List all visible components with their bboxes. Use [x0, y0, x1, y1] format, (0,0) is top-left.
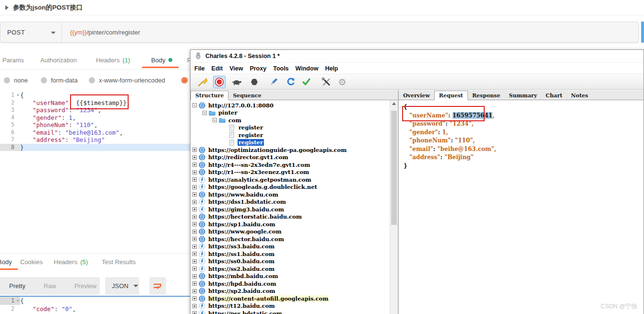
view-tab-preview[interactable]: Preview	[65, 282, 106, 290]
response-tab-headers[interactable]: Headers(5)	[54, 254, 88, 270]
tree-node[interactable]: +https://ss0.baidu.com	[191, 258, 390, 266]
stop-icon[interactable]	[248, 76, 261, 88]
tree-node-label[interactable]: https://hectorstatic.baidu.com	[207, 213, 303, 220]
tree-node[interactable]: +https://pss.bdstatic.com	[191, 310, 390, 314]
tree-node[interactable]: +http://r4---sn-2x3edn7e.gvt1.com	[191, 161, 390, 169]
collapse-icon[interactable]: -	[213, 118, 217, 122]
tree-node-label[interactable]: https://sp1.baidu.com	[207, 221, 276, 228]
tree-node[interactable]: -com	[191, 116, 390, 124]
host-tree[interactable]: -http://127.0.0.1:8080-pinter-com+regist…	[191, 100, 390, 314]
expand-icon[interactable]: +	[192, 304, 197, 308]
detail-tab-request[interactable]: Request	[434, 91, 468, 100]
expand-icon[interactable]: +	[192, 155, 197, 160]
tree-node-label[interactable]: https://pss.bdstatic.com	[207, 310, 283, 314]
tree-node-label[interactable]: https://ss0.baidu.com	[207, 258, 275, 265]
radio-icon[interactable]	[4, 77, 10, 83]
tools-icon[interactable]	[320, 76, 333, 88]
tree-node-label[interactable]: https://ss3.baidu.com	[207, 243, 275, 250]
detail-tab-summary[interactable]: Summary	[504, 91, 541, 100]
tree-node-label[interactable]: pinter	[217, 109, 238, 116]
url-input[interactable]: {{ym}}/pinter/com/register	[70, 22, 140, 42]
tree-node[interactable]: +https://ss1.baidu.com	[191, 250, 390, 258]
tree-node[interactable]: +register	[191, 131, 390, 139]
body-mode-form-data[interactable]: form-data	[41, 70, 78, 91]
tree-node-label[interactable]: com	[227, 117, 242, 124]
menu-proxy[interactable]: Proxy	[250, 65, 266, 72]
tree-node[interactable]: +https://hector.baidu.com	[191, 235, 390, 243]
expand-icon[interactable]: +	[192, 237, 197, 241]
tree-node-label[interactable]: register	[238, 132, 264, 139]
expand-icon[interactable]: +	[192, 252, 197, 256]
menu-view[interactable]: View	[229, 65, 243, 72]
tree-node-label[interactable]: https://dss1.bdstatic.com	[207, 198, 287, 205]
tree-node-label[interactable]: https://hpd.baidu.com	[207, 280, 277, 287]
tree-node[interactable]: +https://t12.baidu.com	[191, 302, 390, 310]
tree-node-label[interactable]: register	[238, 124, 264, 131]
tree-node-label[interactable]: http://r4---sn-2x3edn7e.gvt1.com	[207, 162, 311, 168]
tree-node-label[interactable]: http://redirector.gvt1.com	[207, 154, 289, 161]
tab-authorization[interactable]: Authorization	[40, 52, 77, 68]
send-button[interactable]	[641, 22, 644, 43]
expand-icon[interactable]: +	[192, 177, 197, 182]
tree-node[interactable]: +https://ss2.baidu.com	[191, 265, 390, 273]
charles-titlebar[interactable]: Charles 4.2.8 - Session 1 *	[191, 50, 644, 63]
pen-icon[interactable]	[267, 76, 280, 88]
expand-icon[interactable]: +	[192, 230, 197, 234]
body-mode-x-www-form-urlencoded[interactable]: x-www-form-urlencoded	[89, 70, 165, 91]
tab-headers[interactable]: Headers(1)	[96, 52, 130, 68]
body-mode-none[interactable]: none	[4, 70, 28, 91]
view-tab-raw[interactable]: Raw	[35, 282, 65, 290]
radio-icon[interactable]	[181, 77, 188, 83]
expand-icon[interactable]: +	[192, 222, 197, 226]
format-select[interactable]: JSON	[105, 277, 139, 295]
tree-node[interactable]: -http://127.0.0.1:8080	[191, 102, 390, 109]
tree-node-label[interactable]: http://127.0.0.1:8080	[207, 102, 274, 109]
tree-node-label[interactable]: https://t12.baidu.com	[207, 302, 276, 309]
expand-icon[interactable]: +	[192, 192, 197, 197]
tree-node[interactable]: +register	[191, 124, 390, 132]
expand-icon[interactable]: +	[192, 163, 197, 167]
tree-node[interactable]: +https://gimg3.baidu.com	[191, 206, 390, 213]
response-tab-test-results[interactable]: Test Results	[102, 254, 136, 270]
method-select[interactable]: POST	[7, 22, 25, 42]
body-mode-raw[interactable]	[181, 70, 188, 91]
tree-node[interactable]: +https://content-autofill.googleapis.com	[191, 295, 390, 302]
expand-icon[interactable]: +	[192, 170, 197, 174]
chevron-down-icon[interactable]	[51, 32, 56, 34]
tree-node-label[interactable]: register	[238, 139, 264, 146]
tree-node-label[interactable]: https://googleads.g.doubleclick.net	[207, 184, 318, 190]
expand-icon[interactable]: +	[192, 148, 197, 152]
tree-node[interactable]: +register	[191, 139, 390, 147]
tree-node[interactable]: +https://www.baidu.com	[191, 191, 390, 198]
tree-node-label[interactable]: https://ss1.baidu.com	[207, 251, 275, 257]
tree-node[interactable]: +https://hpd.baidu.com	[191, 280, 390, 288]
expand-icon[interactable]: +	[192, 274, 197, 279]
tree-node[interactable]: +https://dss1.bdstatic.com	[191, 198, 390, 206]
menu-help[interactable]: Help	[325, 65, 338, 72]
tree-node-label[interactable]: https://mbd.baidu.com	[207, 273, 279, 279]
radio-icon[interactable]	[89, 77, 95, 83]
view-tab-pretty[interactable]: Pretty	[0, 282, 35, 290]
tree-tab-sequence[interactable]: Sequence	[228, 91, 265, 100]
tree-node[interactable]: +http://redirector.gvt1.com	[191, 154, 390, 162]
menu-window[interactable]: Window	[296, 65, 319, 72]
expand-icon[interactable]: +	[192, 215, 197, 219]
tree-node[interactable]: +https://sp2.baidu.com	[191, 288, 390, 295]
tree-node-label[interactable]: https://hector.baidu.com	[207, 236, 285, 243]
expand-icon[interactable]: +	[192, 296, 197, 301]
tree-tab-structure[interactable]: Structure	[191, 91, 228, 100]
tree-node-label[interactable]: https://sp2.baidu.com	[207, 288, 276, 294]
expand-icon[interactable]: +	[192, 207, 197, 211]
tree-node[interactable]: +https://optimizationguide-pa.googleapis…	[191, 146, 390, 154]
collection-expand-icon[interactable]	[5, 5, 9, 10]
expand-icon[interactable]: +	[192, 259, 197, 264]
detail-tab-response[interactable]: Response	[468, 91, 505, 100]
expand-icon[interactable]: +	[192, 200, 197, 204]
tree-node[interactable]: +http://r1---sn-2x3eenez.gvt1.com	[191, 169, 390, 176]
response-tab-cookies[interactable]: Cookies	[20, 254, 43, 270]
collapse-icon[interactable]: -	[192, 103, 197, 107]
tree-node-label[interactable]: https://gimg3.baidu.com	[207, 206, 285, 213]
scroll-up-icon[interactable]	[392, 102, 396, 105]
record-icon[interactable]	[213, 76, 226, 88]
radio-icon[interactable]	[41, 77, 47, 83]
